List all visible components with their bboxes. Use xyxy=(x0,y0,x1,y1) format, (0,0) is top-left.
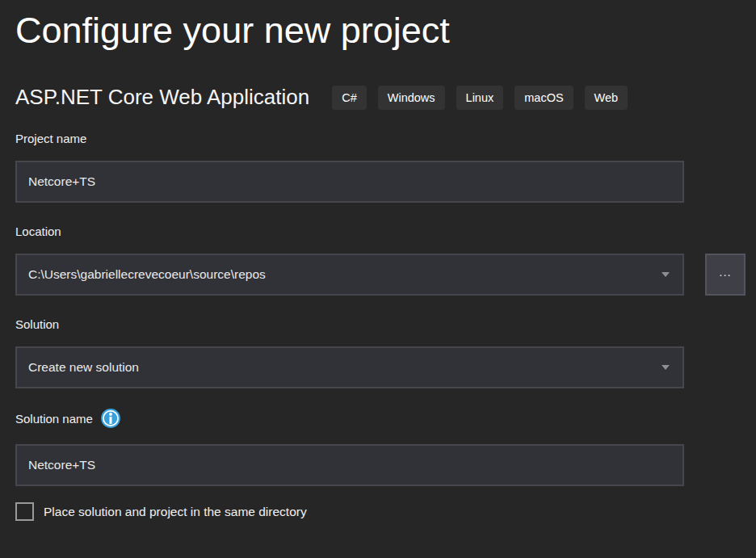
location-label: Location xyxy=(15,224,746,238)
location-row: C:\Users\gabriellecrevecoeur\source\repo… xyxy=(15,238,746,296)
project-name-label: Project name xyxy=(15,132,746,145)
template-tags: C# Windows Linux macOS Web xyxy=(332,86,628,110)
solution-name-input[interactable] xyxy=(15,444,684,486)
chevron-down-icon xyxy=(662,365,670,370)
tag-macos: macOS xyxy=(514,86,573,110)
template-name: ASP.NET Core Web Application xyxy=(15,85,309,110)
same-directory-label: Place solution and project in the same d… xyxy=(44,505,307,519)
tag-web: Web xyxy=(585,86,628,110)
chevron-down-icon xyxy=(662,272,670,277)
solution-name-label: Solution name xyxy=(15,412,93,426)
same-directory-row: Place solution and project in the same d… xyxy=(15,502,746,521)
project-name-input[interactable] xyxy=(15,161,684,203)
tag-csharp: C# xyxy=(332,86,367,110)
template-header: ASP.NET Core Web Application C# Windows … xyxy=(15,85,746,110)
solution-label: Solution xyxy=(15,317,746,331)
info-icon[interactable] xyxy=(100,408,121,429)
tag-windows: Windows xyxy=(378,86,445,110)
tag-linux: Linux xyxy=(456,86,504,110)
page-title: Configure your new project xyxy=(15,5,746,56)
browse-location-button[interactable]: ... xyxy=(705,254,746,296)
configure-project-dialog: Configure your new project ASP.NET Core … xyxy=(0,0,756,521)
solution-value: Create new solution xyxy=(28,360,139,375)
same-directory-checkbox[interactable] xyxy=(15,502,34,521)
location-value: C:\Users\gabriellecrevecoeur\source\repo… xyxy=(28,267,266,282)
solution-combobox[interactable]: Create new solution xyxy=(15,346,684,388)
solution-name-label-row: Solution name xyxy=(15,408,746,429)
location-combobox[interactable]: C:\Users\gabriellecrevecoeur\source\repo… xyxy=(15,254,684,296)
